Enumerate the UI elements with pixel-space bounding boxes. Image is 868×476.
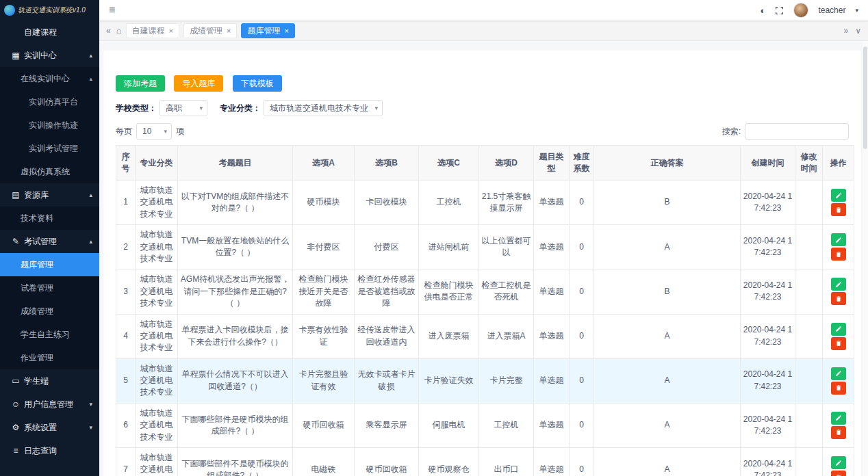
tab-score-mgmt[interactable]: 成绩管理× (183, 23, 237, 38)
sidebar-item-training-center[interactable]: ▦实训中心▴ (0, 44, 99, 67)
list-controls-row: 每页 10 ▾ 项 搜索: (116, 123, 849, 140)
sidebar-item-label: 用户信息管理 (24, 399, 73, 410)
menu-collapse-icon[interactable]: ≡ (109, 4, 115, 16)
sidebar-item-user-info-mgmt[interactable]: ☺用户信息管理▾ (0, 393, 99, 416)
sidebar-item-question-bank[interactable]: 题库管理 (0, 253, 99, 276)
sidebar-item-self-built-courses[interactable]: 自建课程 (0, 21, 99, 44)
add-question-button[interactable]: 添加考题 (116, 75, 165, 92)
cell-no: 4 (116, 314, 136, 358)
tab-label: 成绩管理 (190, 24, 222, 38)
cell-modified (795, 269, 823, 314)
cell-option-b: 检查红外传感器是否被遮挡或故障 (355, 269, 419, 314)
cell-option-d: 检查工控机是否死机 (479, 269, 534, 314)
delete-button[interactable] (831, 426, 846, 439)
close-icon[interactable]: × (227, 24, 231, 38)
cell-major: 城市轨道交通机电技术专业 (136, 181, 178, 225)
cell-option-a: 硬币回收箱 (293, 403, 355, 447)
tab-self-built-courses[interactable]: 自建课程× (126, 23, 179, 38)
column-header-type: 题目类型 (534, 146, 570, 181)
per-page-select[interactable]: 10 ▾ (136, 123, 172, 140)
cell-answer: B (594, 181, 741, 225)
sidebar-item-label: 实训仿真平台 (29, 96, 78, 108)
major-value: 城市轨道交通机电技术专业 (270, 103, 368, 113)
page-scrollbar[interactable] (863, 41, 868, 476)
major-select[interactable]: 城市轨道交通机电技术专业 ▾ (264, 100, 383, 116)
close-icon[interactable]: × (169, 24, 173, 38)
edit-button[interactable] (831, 189, 846, 202)
cell-question: AGM待机状态发出声光报警，请问一下那些操作是正确的?（ ） (178, 269, 293, 314)
tabs-scroll-left-icon[interactable]: « (105, 26, 112, 36)
app-title: 轨道交通实训系统v1.0 (18, 5, 86, 15)
table-row: 3城市轨道交通机电技术专业AGM待机状态发出声光报警，请问一下那些操作是正确的?… (116, 269, 854, 314)
cell-option-a: 卡票有效性验证 (293, 314, 355, 358)
user-menu-caret-icon[interactable]: ▾ (855, 7, 858, 14)
edit-button[interactable] (831, 278, 846, 291)
sidebar-item-homework-mgmt[interactable]: 作业管理 (0, 346, 99, 369)
question-table-head: 序号专业分类考题题目选项A选项B选项C选项D题目类型难度系数正确答案创建时间修改… (116, 146, 854, 181)
download-template-button[interactable]: 下载模板 (233, 75, 282, 92)
grid-icon: ▦ (11, 51, 21, 60)
chevron-down-icon: ▾ (374, 101, 378, 116)
edit-button[interactable] (831, 233, 846, 246)
sidebar-item-resource-library[interactable]: ▤资源库▴ (0, 183, 99, 207)
tabs-dropdown-icon[interactable]: ∨ (854, 26, 863, 36)
column-header-difficulty: 难度系数 (570, 146, 594, 181)
sidebar-item-label: 实训操作轨迹 (29, 120, 78, 131)
edit-button[interactable] (831, 412, 846, 425)
sidebar-item-training-exam-mgmt[interactable]: 实训考试管理 (0, 137, 99, 160)
cell-difficulty: 0 (570, 403, 594, 447)
import-bank-button[interactable]: 导入题库 (174, 75, 223, 92)
home-tab-icon[interactable]: ⌂ (116, 25, 122, 36)
tabs-scroll-right-icon[interactable]: » (843, 26, 850, 36)
cell-option-d: 21.5寸乘客触摸显示屏 (479, 181, 534, 225)
search-input[interactable] (745, 123, 849, 140)
sidebar-item-student-self-practice[interactable]: 学生自主练习 (0, 323, 99, 346)
tab-label: 自建课程 (132, 24, 165, 38)
scrollbar-thumb[interactable] (863, 47, 867, 149)
delete-button[interactable] (831, 337, 846, 350)
sidebar-item-label: 实训中心 (24, 50, 57, 62)
fullscreen-icon[interactable] (775, 6, 784, 15)
sidebar-item-student-portal[interactable]: ▭学生端 (0, 369, 99, 393)
sidebar-item-training-op-track[interactable]: 实训操作轨迹 (0, 114, 99, 137)
cell-no: 3 (116, 269, 136, 314)
sidebar-item-label: 自建课程 (24, 27, 57, 38)
user-name[interactable]: teacher (818, 5, 845, 15)
sidebar-item-exam-mgmt[interactable]: ✎考试管理▴ (0, 230, 99, 253)
sidebar-item-technical-docs[interactable]: 技术资料 (0, 207, 99, 230)
sidebar-item-online-training-center[interactable]: 在线实训中心▴ (0, 67, 99, 90)
cell-option-a: 卡片完整且验证有效 (293, 358, 355, 403)
cell-type: 单选题 (534, 358, 570, 403)
user-avatar[interactable] (793, 3, 808, 18)
sidebar-item-score-mgmt[interactable]: 成绩管理 (0, 300, 99, 323)
school-type-select[interactable]: 高职 ▾ (159, 100, 207, 116)
per-page-prefix: 每页 (116, 126, 132, 137)
column-header-option-d: 选项D (479, 146, 534, 181)
delete-button[interactable] (831, 292, 846, 305)
cell-actions (823, 225, 854, 269)
cell-type: 单选题 (534, 314, 570, 358)
edit-button[interactable] (831, 456, 846, 469)
cell-option-b: 付费区 (355, 225, 419, 269)
delete-button[interactable] (831, 248, 846, 261)
delete-button[interactable] (831, 471, 846, 476)
question-table-body: 1城市轨道交通机电技术专业以下对TVM的组成部件描述不对的是?（ ）硬币模块卡回… (116, 181, 854, 476)
cell-answer: A (594, 358, 741, 403)
sidebar-item-virtual-sim-system[interactable]: 虚拟仿真系统 (0, 160, 99, 183)
cell-difficulty: 0 (570, 314, 594, 358)
sidebar-item-paper-mgmt[interactable]: 试卷管理 (0, 276, 99, 300)
sidebar-item-system-settings[interactable]: ⚙系统设置▾ (0, 416, 99, 439)
sidebar-item-training-sim-platform[interactable]: 实训仿真平台 (0, 90, 99, 114)
theme-icon[interactable]: ◐ (761, 5, 766, 16)
tab-question-bank[interactable]: 题库管理× (241, 23, 294, 38)
edit-button[interactable] (831, 323, 846, 336)
close-icon[interactable]: × (284, 24, 288, 38)
per-page-suffix: 项 (176, 126, 184, 137)
cell-option-c: 卡片验证失效 (419, 358, 479, 403)
sidebar-item-log-query[interactable]: ≡日志查询 (0, 439, 99, 462)
sidebar-item-label: 考试管理 (24, 236, 57, 248)
delete-button[interactable] (831, 203, 846, 216)
toolbar: 添加考题 导入题库 下载模板 (116, 75, 849, 92)
edit-button[interactable] (831, 367, 846, 380)
delete-button[interactable] (831, 382, 846, 395)
